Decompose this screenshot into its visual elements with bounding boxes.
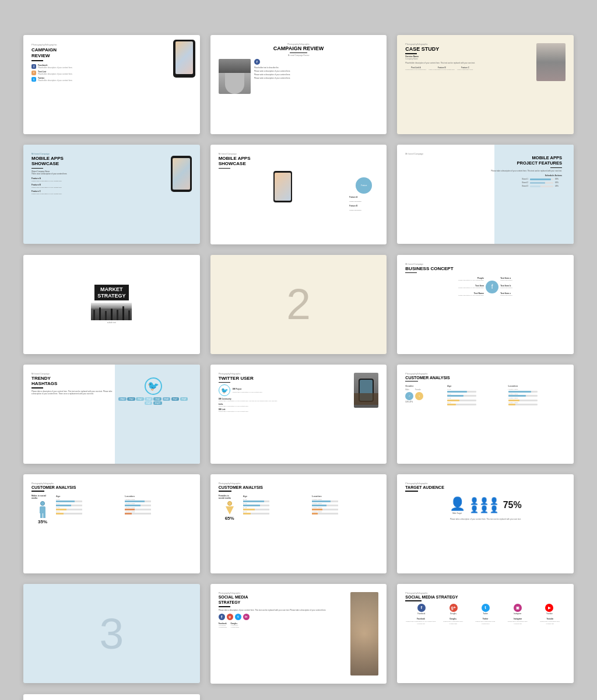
- facebook-circle-s2: f: [254, 59, 260, 65]
- male-target-s15: 👤 Male Target: [449, 496, 465, 514]
- phone-hand-photo-s11: [354, 373, 378, 408]
- google-icon-s18: g+: [449, 604, 458, 612]
- slide-8: 2: [210, 255, 387, 354]
- instagram-icon-s17: in: [243, 614, 250, 620]
- center-circle-s9: f: [486, 281, 498, 293]
- slide1-title: CAMPAIGNREVIEW: [31, 47, 192, 58]
- instagram-icon-s18: ▣: [514, 604, 522, 612]
- twitter-large-icon-s10: 🐦: [145, 377, 162, 395]
- slide-2: Photography/Infographic CAMPAIGN REVIEW …: [210, 35, 387, 134]
- slide-16: 3: [23, 584, 200, 683]
- crowd-image-s7: [91, 303, 132, 320]
- twitter-icon-s1: t: [31, 77, 36, 82]
- google-icon-s17: g: [227, 614, 233, 620]
- slide5-title: MOBILE APPSSHOWCASE: [219, 156, 347, 166]
- slide-3: Photography/Infographic CASE STUDY Servi…: [397, 35, 574, 134]
- slide6-title: MOBILE APPSPROJECT FEATURES: [405, 156, 562, 166]
- slide14-title: CUSTOMER ANALYSIS: [219, 485, 379, 489]
- slide4-title: MOBILE APPSSHOWCASE: [31, 156, 166, 166]
- person-photo-s3: [536, 43, 566, 81]
- circle-feature-s5: Feature: [356, 177, 372, 194]
- slide-1: Photography/Infographic CAMPAIGNREVIEW f…: [23, 35, 200, 134]
- slide-5: Mr brand Campaign MOBILE APPSSHOWCASE Fe…: [210, 145, 387, 244]
- facebook-icon-s17: f: [219, 614, 225, 620]
- slide-17: Photography/Infographic SOCIAL MEDIASTRA…: [210, 584, 387, 683]
- facebook-icon-s18: f: [417, 604, 426, 612]
- slide1-subtitle: Photography/Infographic: [31, 43, 192, 46]
- slide-14: Photography/Infographic CUSTOMER ANALYSI…: [210, 474, 387, 573]
- slide8-number: 2: [286, 282, 311, 326]
- slide7-title: MARKETSTRATEGY: [94, 285, 128, 301]
- slide-11: Photography/Infographic TWITTER USER 🐦 D…: [210, 365, 387, 464]
- slide12-title: CUSTOMER ANALYSIS: [405, 376, 566, 380]
- slide9-subtitle: Mr brand Campaign: [405, 263, 566, 265]
- textlist-icon: T: [31, 71, 36, 75]
- twitter-icon-s18: t: [482, 604, 490, 612]
- facebook-icon: f: [31, 64, 36, 69]
- slide18-title: SOCIAL MEDIA STRATEGY: [405, 595, 566, 599]
- slide2-title: CAMPAIGN REVIEW: [219, 46, 379, 51]
- target-pct-s15: 75%: [503, 500, 522, 510]
- slide17-title: SOCIAL MEDIASTRATEGY: [219, 595, 349, 605]
- slide-6: Mr brand Campaign MOBILE APPSPROJECT FEA…: [397, 145, 574, 244]
- twitter-circle-s11: 🐦: [219, 384, 230, 396]
- slide-13: Photography/Infographic CUSTOMER ANALYSI…: [23, 474, 200, 573]
- twitter-icon-s17: t: [235, 614, 241, 620]
- person-photo-s2: [219, 59, 251, 94]
- slide9-title: BUSINESS CONCEPT: [405, 266, 566, 271]
- slide15-title: TARGET AUDIENCE: [405, 485, 566, 489]
- female-figure-s14: [219, 501, 241, 514]
- female-icon-s12: ♀: [415, 392, 423, 400]
- slide16-number: 3: [99, 612, 124, 656]
- slide11-title: TWITTER USER: [219, 376, 352, 381]
- slide3-title: CASE STUDY: [405, 46, 475, 52]
- slide-4: Mr brand Campaign MOBILE APPSSHOWCASE Ob…: [23, 145, 200, 244]
- social-photo-s17: [350, 592, 378, 675]
- slide-19: Photography/Infographic SOCIAL MEDIA STR…: [23, 694, 200, 701]
- slide-10: Mr brand Campaign TRENDYHASHTAGS Please …: [23, 365, 200, 464]
- slide-18: Photography/Infographic SOCIAL MEDIA STR…: [397, 584, 574, 683]
- slide-grid: Photography/Infographic CAMPAIGNREVIEW f…: [23, 35, 574, 700]
- slide-9: Mr brand Campaign BUSINESS CONCEPT Peopl…: [397, 255, 574, 354]
- male-icon-s12: ♂: [405, 392, 413, 400]
- slide13-title: CUSTOMER ANALYSIS: [31, 485, 192, 489]
- youtube-icon-s18: ▶: [545, 604, 553, 612]
- phone-s4: [171, 156, 192, 192]
- slide-12: Photography/Infographic CUSTOMER ANALYSI…: [397, 365, 574, 464]
- phone-s5: [273, 171, 292, 202]
- phone-mockup-s1: [173, 40, 195, 78]
- slide10-title: TRENDYHASHTAGS: [31, 376, 113, 386]
- male-figure-s13: [31, 501, 54, 518]
- slide-15: Photography/Infographic TARGET AUDIENCE …: [397, 474, 574, 573]
- slide-7: MARKETSTRATEGY subtitle text: [23, 255, 200, 354]
